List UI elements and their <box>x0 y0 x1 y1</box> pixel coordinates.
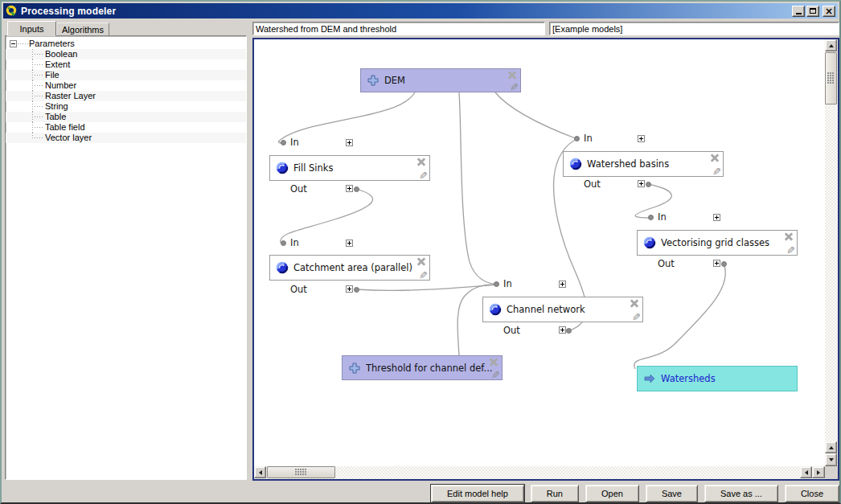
node-watersheds-output[interactable]: Watersheds <box>637 366 798 391</box>
tree-item-number[interactable]: Number <box>6 80 246 91</box>
expand-inputs-box[interactable] <box>346 139 353 146</box>
delete-node-icon[interactable] <box>784 232 794 241</box>
out-anchor-label: Out <box>290 285 307 295</box>
node-label: Threshold for channel def... <box>366 363 493 374</box>
delete-node-icon[interactable] <box>416 256 426 266</box>
scroll-up-button[interactable] <box>825 39 837 51</box>
out-anchor-dot <box>721 261 727 267</box>
tree-item-boolean[interactable]: Boolean <box>6 49 246 59</box>
node-catchment-area[interactable]: Catchment area (parallel) ✎ <box>269 255 430 281</box>
edit-model-help-button[interactable]: Edit model help <box>431 485 524 502</box>
open-button[interactable]: Open <box>585 485 639 502</box>
tree-item-label: String <box>45 101 68 111</box>
node-vectorising-grid-classes[interactable]: Vectorising grid classes ✎ <box>637 230 798 256</box>
save-button[interactable]: Save <box>646 485 698 502</box>
close-button[interactable]: × <box>823 6 835 17</box>
saga-algorithm-icon <box>569 158 582 170</box>
vertical-scroll-thumb[interactable] <box>825 52 837 104</box>
save-as-button[interactable]: Save as ... <box>704 485 778 502</box>
tree-item-label: Table <box>45 112 66 121</box>
expand-inputs-box[interactable] <box>346 240 353 247</box>
edit-node-icon[interactable]: ✎ <box>632 312 641 323</box>
titlebar[interactable]: Processing modeler × <box>3 3 838 18</box>
model-canvas-area[interactable]: DEM ✎ In Fill Sinks ✎ Out In <box>254 39 825 466</box>
tree-item-table-field[interactable]: Table field <box>6 122 246 133</box>
maximize-icon <box>810 8 816 14</box>
edit-node-icon[interactable]: ✎ <box>786 245 795 256</box>
edit-node-icon[interactable]: ✎ <box>491 370 500 381</box>
edit-node-icon[interactable]: ✎ <box>510 82 519 93</box>
scroll-up-button-2[interactable] <box>825 441 837 453</box>
model-name-input[interactable] <box>252 22 545 35</box>
expand-inputs-box[interactable] <box>638 135 645 142</box>
saga-algorithm-icon <box>643 236 656 249</box>
tree-item-label: Parameters <box>29 39 75 48</box>
close-dialog-button[interactable]: Close <box>785 485 839 502</box>
run-button[interactable]: Run <box>531 485 579 502</box>
qgis-app-icon <box>6 5 18 17</box>
tab-algorithms-label: Algorithms <box>62 25 104 35</box>
expand-outputs-box[interactable] <box>638 180 645 187</box>
out-anchor-dot <box>354 186 359 192</box>
scroll-right-button[interactable] <box>812 466 825 478</box>
thumb-grip <box>295 469 307 476</box>
node-label: Channel network <box>507 304 585 315</box>
saga-algorithm-icon <box>276 162 289 174</box>
tree-item-vector-layer[interactable]: Vector layer <box>6 133 246 143</box>
tab-algorithms[interactable]: Algorithms <box>56 23 109 36</box>
delete-node-icon[interactable] <box>507 70 517 80</box>
tree-item-raster-layer[interactable]: Raster Layer <box>6 91 246 101</box>
delete-node-icon[interactable] <box>416 157 426 166</box>
scroll-left-button[interactable] <box>254 466 266 478</box>
edit-node-icon[interactable]: ✎ <box>419 270 428 281</box>
minimize-button[interactable] <box>792 6 805 17</box>
button-label: Open <box>601 489 623 498</box>
input-plus-icon <box>367 74 379 87</box>
scroll-down-button[interactable] <box>825 453 837 466</box>
collapse-expander-icon[interactable] <box>10 40 17 47</box>
tab-inputs-label: Inputs <box>20 24 44 34</box>
expand-outputs-box[interactable] <box>559 326 566 334</box>
node-label: Watershed basins <box>587 158 669 170</box>
saga-algorithm-icon <box>276 261 289 274</box>
expand-outputs-box[interactable] <box>346 185 353 192</box>
tree-item-table[interactable]: Table <box>6 112 246 122</box>
expand-outputs-box[interactable] <box>346 285 353 293</box>
tab-inputs[interactable]: Inputs <box>7 21 56 36</box>
node-channel-network[interactable]: Channel network ✎ <box>482 297 643 322</box>
maximize-button[interactable] <box>806 6 819 17</box>
output-arrow-icon <box>643 372 656 385</box>
node-dem[interactable]: DEM ✎ <box>360 68 521 92</box>
canvas-horizontal-scrollbar[interactable] <box>254 466 825 479</box>
node-label: DEM <box>384 75 405 86</box>
tree-item-label: Table field <box>45 122 85 132</box>
out-anchor-label: Out <box>290 184 307 195</box>
wire-dem-fillsinks <box>278 92 415 143</box>
wire-fillsinks-catchment <box>281 189 373 244</box>
node-fill-sinks[interactable]: Fill Sinks ✎ <box>269 155 430 181</box>
expand-inputs-box[interactable] <box>559 281 566 288</box>
edit-node-icon[interactable]: ✎ <box>712 166 721 178</box>
delete-node-icon[interactable] <box>710 153 720 162</box>
delete-node-icon[interactable] <box>630 298 639 308</box>
model-group-input[interactable] <box>549 22 839 35</box>
expand-inputs-box[interactable] <box>713 214 720 221</box>
edit-node-icon[interactable]: ✎ <box>419 170 428 182</box>
tree-item-label: Raster Layer <box>45 91 96 100</box>
node-watershed-basins[interactable]: Watershed basins ✎ <box>563 151 724 177</box>
node-threshold[interactable]: Threshold for channel def... ✎ <box>342 355 503 380</box>
delete-node-icon[interactable] <box>489 357 498 367</box>
tree-item-file[interactable]: File <box>6 70 246 80</box>
tree-item-parameters[interactable]: Parameters <box>6 39 246 49</box>
tree-item-extent[interactable]: Extent <box>6 59 246 70</box>
canvas-vertical-scrollbar[interactable] <box>825 39 838 466</box>
tree-item-label: Boolean <box>45 49 77 59</box>
wire-dem-channel <box>459 92 497 285</box>
expand-outputs-box[interactable] <box>713 260 720 267</box>
button-label: Save as ... <box>720 489 762 498</box>
wire-vectorising-watersheds <box>634 264 726 369</box>
tree-item-string[interactable]: String <box>6 101 246 112</box>
window-title: Processing modeler <box>21 6 116 17</box>
scroll-left-button-2[interactable] <box>800 466 812 478</box>
horizontal-scroll-thumb[interactable] <box>267 466 335 478</box>
